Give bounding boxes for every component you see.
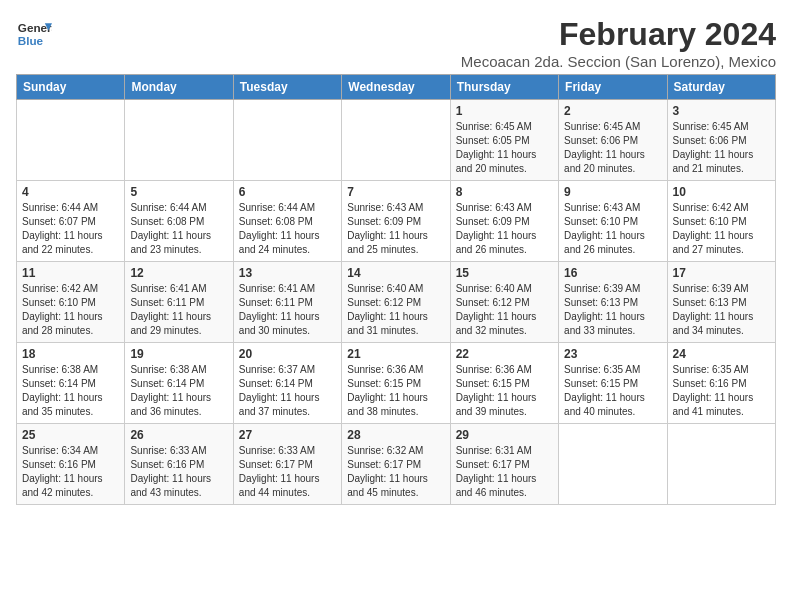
title-area: February 2024 Mecoacan 2da. Seccion (San… <box>461 16 776 70</box>
cell-info: Sunrise: 6:37 AM Sunset: 6:14 PM Dayligh… <box>239 363 336 419</box>
week-row-1: 1Sunrise: 6:45 AM Sunset: 6:05 PM Daylig… <box>17 100 776 181</box>
cell-info: Sunrise: 6:38 AM Sunset: 6:14 PM Dayligh… <box>130 363 227 419</box>
cell-info: Sunrise: 6:38 AM Sunset: 6:14 PM Dayligh… <box>22 363 119 419</box>
day-number: 17 <box>673 266 770 280</box>
calendar-cell <box>125 100 233 181</box>
calendar-cell: 10Sunrise: 6:42 AM Sunset: 6:10 PM Dayli… <box>667 181 775 262</box>
cell-info: Sunrise: 6:41 AM Sunset: 6:11 PM Dayligh… <box>130 282 227 338</box>
calendar-cell: 20Sunrise: 6:37 AM Sunset: 6:14 PM Dayli… <box>233 343 341 424</box>
week-row-4: 18Sunrise: 6:38 AM Sunset: 6:14 PM Dayli… <box>17 343 776 424</box>
day-number: 1 <box>456 104 553 118</box>
cell-info: Sunrise: 6:41 AM Sunset: 6:11 PM Dayligh… <box>239 282 336 338</box>
day-number: 14 <box>347 266 444 280</box>
cell-info: Sunrise: 6:43 AM Sunset: 6:10 PM Dayligh… <box>564 201 661 257</box>
cell-info: Sunrise: 6:36 AM Sunset: 6:15 PM Dayligh… <box>456 363 553 419</box>
day-number: 4 <box>22 185 119 199</box>
cell-info: Sunrise: 6:35 AM Sunset: 6:16 PM Dayligh… <box>673 363 770 419</box>
cell-info: Sunrise: 6:45 AM Sunset: 6:06 PM Dayligh… <box>673 120 770 176</box>
day-number: 8 <box>456 185 553 199</box>
cell-info: Sunrise: 6:43 AM Sunset: 6:09 PM Dayligh… <box>347 201 444 257</box>
svg-text:General: General <box>18 21 52 34</box>
calendar-cell: 4Sunrise: 6:44 AM Sunset: 6:07 PM Daylig… <box>17 181 125 262</box>
calendar-table: SundayMondayTuesdayWednesdayThursdayFrid… <box>16 74 776 505</box>
day-number: 20 <box>239 347 336 361</box>
day-number: 12 <box>130 266 227 280</box>
day-number: 16 <box>564 266 661 280</box>
day-number: 22 <box>456 347 553 361</box>
cell-info: Sunrise: 6:36 AM Sunset: 6:15 PM Dayligh… <box>347 363 444 419</box>
logo: General Blue <box>16 16 52 52</box>
day-number: 13 <box>239 266 336 280</box>
cell-info: Sunrise: 6:39 AM Sunset: 6:13 PM Dayligh… <box>564 282 661 338</box>
cell-info: Sunrise: 6:40 AM Sunset: 6:12 PM Dayligh… <box>347 282 444 338</box>
header-cell-friday: Friday <box>559 75 667 100</box>
cell-info: Sunrise: 6:33 AM Sunset: 6:17 PM Dayligh… <box>239 444 336 500</box>
logo-icon: General Blue <box>16 16 52 52</box>
calendar-cell: 1Sunrise: 6:45 AM Sunset: 6:05 PM Daylig… <box>450 100 558 181</box>
calendar-cell: 26Sunrise: 6:33 AM Sunset: 6:16 PM Dayli… <box>125 424 233 505</box>
calendar-cell: 12Sunrise: 6:41 AM Sunset: 6:11 PM Dayli… <box>125 262 233 343</box>
day-number: 6 <box>239 185 336 199</box>
calendar-cell <box>559 424 667 505</box>
calendar-cell: 16Sunrise: 6:39 AM Sunset: 6:13 PM Dayli… <box>559 262 667 343</box>
day-number: 5 <box>130 185 227 199</box>
calendar-cell: 8Sunrise: 6:43 AM Sunset: 6:09 PM Daylig… <box>450 181 558 262</box>
calendar-cell: 11Sunrise: 6:42 AM Sunset: 6:10 PM Dayli… <box>17 262 125 343</box>
cell-info: Sunrise: 6:40 AM Sunset: 6:12 PM Dayligh… <box>456 282 553 338</box>
day-number: 27 <box>239 428 336 442</box>
calendar-cell: 23Sunrise: 6:35 AM Sunset: 6:15 PM Dayli… <box>559 343 667 424</box>
day-number: 11 <box>22 266 119 280</box>
cell-info: Sunrise: 6:45 AM Sunset: 6:05 PM Dayligh… <box>456 120 553 176</box>
header-cell-saturday: Saturday <box>667 75 775 100</box>
header-cell-sunday: Sunday <box>17 75 125 100</box>
header: General Blue February 2024 Mecoacan 2da.… <box>16 16 776 70</box>
calendar-cell: 14Sunrise: 6:40 AM Sunset: 6:12 PM Dayli… <box>342 262 450 343</box>
calendar-cell: 2Sunrise: 6:45 AM Sunset: 6:06 PM Daylig… <box>559 100 667 181</box>
cell-info: Sunrise: 6:43 AM Sunset: 6:09 PM Dayligh… <box>456 201 553 257</box>
day-number: 7 <box>347 185 444 199</box>
main-title: February 2024 <box>461 16 776 53</box>
week-row-3: 11Sunrise: 6:42 AM Sunset: 6:10 PM Dayli… <box>17 262 776 343</box>
calendar-cell: 28Sunrise: 6:32 AM Sunset: 6:17 PM Dayli… <box>342 424 450 505</box>
cell-info: Sunrise: 6:31 AM Sunset: 6:17 PM Dayligh… <box>456 444 553 500</box>
week-row-2: 4Sunrise: 6:44 AM Sunset: 6:07 PM Daylig… <box>17 181 776 262</box>
calendar-cell: 24Sunrise: 6:35 AM Sunset: 6:16 PM Dayli… <box>667 343 775 424</box>
day-number: 18 <box>22 347 119 361</box>
calendar-cell: 13Sunrise: 6:41 AM Sunset: 6:11 PM Dayli… <box>233 262 341 343</box>
calendar-cell: 27Sunrise: 6:33 AM Sunset: 6:17 PM Dayli… <box>233 424 341 505</box>
calendar-cell: 7Sunrise: 6:43 AM Sunset: 6:09 PM Daylig… <box>342 181 450 262</box>
calendar-cell: 21Sunrise: 6:36 AM Sunset: 6:15 PM Dayli… <box>342 343 450 424</box>
cell-info: Sunrise: 6:44 AM Sunset: 6:07 PM Dayligh… <box>22 201 119 257</box>
calendar-cell <box>342 100 450 181</box>
day-number: 10 <box>673 185 770 199</box>
day-number: 25 <box>22 428 119 442</box>
cell-info: Sunrise: 6:33 AM Sunset: 6:16 PM Dayligh… <box>130 444 227 500</box>
calendar-cell: 15Sunrise: 6:40 AM Sunset: 6:12 PM Dayli… <box>450 262 558 343</box>
day-number: 19 <box>130 347 227 361</box>
calendar-cell: 18Sunrise: 6:38 AM Sunset: 6:14 PM Dayli… <box>17 343 125 424</box>
day-number: 21 <box>347 347 444 361</box>
calendar-cell <box>667 424 775 505</box>
cell-info: Sunrise: 6:39 AM Sunset: 6:13 PM Dayligh… <box>673 282 770 338</box>
calendar-cell: 6Sunrise: 6:44 AM Sunset: 6:08 PM Daylig… <box>233 181 341 262</box>
day-number: 2 <box>564 104 661 118</box>
cell-info: Sunrise: 6:34 AM Sunset: 6:16 PM Dayligh… <box>22 444 119 500</box>
day-number: 15 <box>456 266 553 280</box>
cell-info: Sunrise: 6:44 AM Sunset: 6:08 PM Dayligh… <box>239 201 336 257</box>
day-number: 3 <box>673 104 770 118</box>
calendar-cell: 9Sunrise: 6:43 AM Sunset: 6:10 PM Daylig… <box>559 181 667 262</box>
day-number: 23 <box>564 347 661 361</box>
calendar-cell: 25Sunrise: 6:34 AM Sunset: 6:16 PM Dayli… <box>17 424 125 505</box>
day-number: 29 <box>456 428 553 442</box>
header-row: SundayMondayTuesdayWednesdayThursdayFrid… <box>17 75 776 100</box>
calendar-cell <box>17 100 125 181</box>
header-cell-wednesday: Wednesday <box>342 75 450 100</box>
cell-info: Sunrise: 6:32 AM Sunset: 6:17 PM Dayligh… <box>347 444 444 500</box>
day-number: 9 <box>564 185 661 199</box>
week-row-5: 25Sunrise: 6:34 AM Sunset: 6:16 PM Dayli… <box>17 424 776 505</box>
header-cell-thursday: Thursday <box>450 75 558 100</box>
cell-info: Sunrise: 6:42 AM Sunset: 6:10 PM Dayligh… <box>673 201 770 257</box>
subtitle: Mecoacan 2da. Seccion (San Lorenzo), Mex… <box>461 53 776 70</box>
calendar-cell <box>233 100 341 181</box>
header-cell-tuesday: Tuesday <box>233 75 341 100</box>
